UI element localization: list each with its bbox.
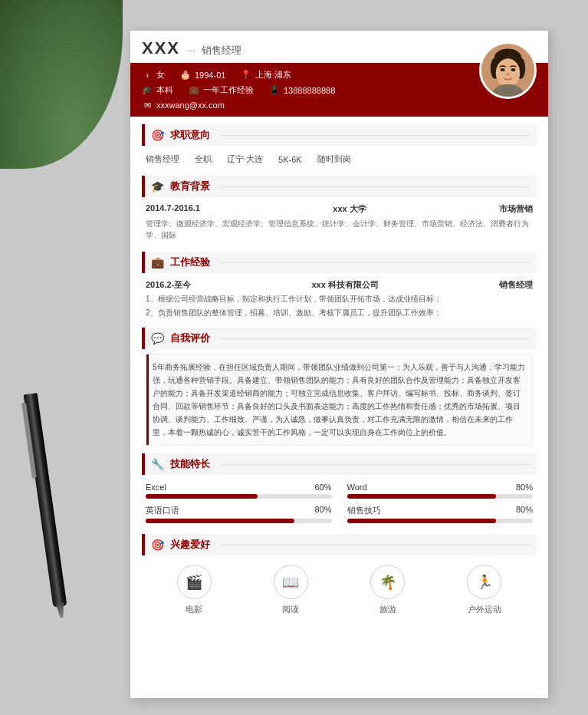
hobby-movie-label: 电影 xyxy=(186,604,202,615)
hobby-travel-icon: 🌴 xyxy=(370,565,405,599)
section-divider xyxy=(220,545,531,545)
section-divider xyxy=(220,338,531,339)
hobby-movie-icon: 🎬 xyxy=(177,565,212,599)
edu-school: xxx 大学 xyxy=(333,203,366,215)
name-dots: ··· xyxy=(186,44,195,56)
email-icon: ✉ xyxy=(142,100,153,110)
page-background: XXX ··· 销售经理 ♀ 女 🎂 1994-01 📍 上海·浦东 xyxy=(0,0,588,715)
job-intention-title: 求职意向 xyxy=(170,128,210,142)
banner-row-2: 🎓 本科 💼 一年工作经验 📱 13888888888 xyxy=(142,84,537,96)
name-row: XXX ··· 销售经理 xyxy=(142,38,537,61)
work-position: 销售经理 xyxy=(499,279,533,291)
birth-item: 🎂 1994-01 xyxy=(180,70,225,81)
skills-icon: 🔧 xyxy=(151,458,164,470)
edu-courses: 管理学、微观经济学、宏观经济学、管理信息系统、统计学、会计学、财务管理、市场营销… xyxy=(142,216,537,244)
skill-english-label-row: 英语口语 80% xyxy=(146,505,332,516)
work-duty-2: 2、负责销售团队的整体管理，招募、培训、激励、考核下属员工，提升团队工作效率； xyxy=(142,306,537,320)
ji-available: 随时到岗 xyxy=(317,153,351,165)
hobbies-section: 🎯 兴趣爱好 🎬 电影 📖 阅读 🌴 旅游 🏃 xyxy=(130,534,548,623)
location-icon: 📍 xyxy=(241,70,251,81)
ji-location: 辽宁·大连 xyxy=(227,153,263,165)
hobby-reading: 📖 阅读 xyxy=(274,565,308,615)
phone-item: 📱 13888888888 xyxy=(269,85,335,96)
skills-header: 🔧 技能特长 xyxy=(142,453,537,475)
skill-sales-label-row: 销售技巧 80% xyxy=(347,505,534,516)
ji-salary: 5K-6K xyxy=(278,153,302,165)
skill-sales-bar-bg xyxy=(347,519,534,523)
experience-item: 💼 一年工作经验 xyxy=(189,84,254,96)
section-divider xyxy=(220,186,531,187)
skill-english-percent: 80% xyxy=(314,505,331,516)
education-section: 🎓 教育背景 2014.7-2016.1 xxx 大学 市场营销 管理学、微观经… xyxy=(130,176,548,244)
candidate-title: 销售经理 xyxy=(202,44,241,58)
hobby-outdoor: 🏃 户外运动 xyxy=(467,565,501,615)
candidate-name: XXX xyxy=(142,38,180,58)
work-header: 💼 工作经验 xyxy=(142,252,537,273)
birth-value: 1994-01 xyxy=(195,71,225,80)
hobby-outdoor-label: 户外运动 xyxy=(468,604,501,615)
self-eval-header: 💬 自我评价 xyxy=(142,328,537,349)
email-value: xxxwang@xx.com xyxy=(156,100,225,110)
work-icon: 💼 xyxy=(151,256,164,269)
hobbies-title: 兴趣爱好 xyxy=(170,538,210,552)
education-header: 🎓 教育背景 xyxy=(142,176,537,197)
skill-word-percent: 80% xyxy=(516,483,533,492)
avatar xyxy=(479,41,537,99)
svg-point-6 xyxy=(511,68,515,71)
gender-item: ♀ 女 xyxy=(142,69,165,81)
phone-value: 13888888888 xyxy=(284,86,335,95)
job-intention-icon: 🎯 xyxy=(151,129,164,141)
birth-icon: 🎂 xyxy=(180,70,191,81)
hobby-outdoor-icon: 🏃 xyxy=(467,565,501,599)
hobbies-header: 🎯 兴趣爱好 xyxy=(142,534,537,555)
education-value: 本科 xyxy=(156,84,173,96)
gender-value: 女 xyxy=(156,69,165,81)
skill-english: 英语口语 80% xyxy=(146,505,332,523)
gender-icon: ♀ xyxy=(142,70,153,81)
skill-sales-name: 销售技巧 xyxy=(347,505,381,516)
section-divider xyxy=(220,262,531,263)
self-eval-icon: 💬 xyxy=(151,332,164,344)
location-item: 📍 上海·浦东 xyxy=(241,69,291,81)
hobby-movie: 🎬 电影 xyxy=(177,565,212,615)
skill-excel-bar-fill xyxy=(146,494,258,499)
skill-word-bar-bg xyxy=(347,494,534,499)
self-eval-section: 💬 自我评价 5年商务拓展经验，在担任区域负责人期间，带领团队业绩做到公司第一；… xyxy=(130,328,548,446)
hobby-travel: 🌴 旅游 xyxy=(370,565,405,615)
skills-grid: Excel 60% Word 80% xyxy=(142,479,537,526)
skills-title: 技能特长 xyxy=(170,457,210,471)
hobbies-grid: 🎬 电影 📖 阅读 🌴 旅游 🏃 户外运动 xyxy=(142,560,537,623)
job-intention-items: 销售经理 全职 辽宁·大连 5K-6K 随时到岗 xyxy=(142,150,537,168)
resume-card: XXX ··· 销售经理 ♀ 女 🎂 1994-01 📍 上海·浦东 xyxy=(130,31,548,698)
job-intention-section: 🎯 求职意向 销售经理 全职 辽宁·大连 5K-6K 随时到岗 xyxy=(130,124,548,168)
red-banner: ♀ 女 🎂 1994-01 📍 上海·浦东 🎓 本科 💼 xyxy=(130,63,548,117)
skill-english-bar-bg xyxy=(146,519,332,523)
hobby-travel-label: 旅游 xyxy=(379,604,396,615)
pen-decoration xyxy=(24,393,67,608)
experience-value: 一年工作经验 xyxy=(203,84,254,96)
section-divider xyxy=(220,464,531,465)
work-title-row: 2016.2-至今 xxx 科技有限公司 销售经理 xyxy=(142,278,537,292)
skill-english-name: 英语口语 xyxy=(146,505,179,516)
work-duty-1: 1、根据公司经营战略目标，制定和执行工作计划，带领团队开拓市场，达成业绩目标； xyxy=(142,292,537,306)
skill-excel-name: Excel xyxy=(146,483,166,492)
work-title: 工作经验 xyxy=(170,255,210,269)
skill-sales-bar-fill xyxy=(347,519,496,523)
education-item: 🎓 本科 xyxy=(142,84,173,96)
skill-excel-percent: 60% xyxy=(314,483,331,492)
plant-decoration xyxy=(0,0,123,169)
skill-word-name: Word xyxy=(347,483,367,492)
hobbies-icon: 🎯 xyxy=(151,539,164,551)
ji-type: 全职 xyxy=(195,153,212,165)
email-item: ✉ xxxwang@xx.com xyxy=(142,100,225,110)
experience-icon: 💼 xyxy=(189,85,199,96)
banner-row-3: ✉ xxxwang@xx.com xyxy=(142,100,537,110)
self-eval-title: 自我评价 xyxy=(170,331,210,345)
svg-point-5 xyxy=(501,68,505,71)
self-eval-content: 5年商务拓展经验，在担任区域负责人期间，带领团队业绩做到公司第一；为人乐观，善于… xyxy=(146,354,533,446)
skill-word: Word 80% xyxy=(347,483,534,499)
skill-sales: 销售技巧 80% xyxy=(347,505,534,523)
skill-word-bar-fill xyxy=(347,494,496,499)
education-section-icon: 🎓 xyxy=(151,180,164,193)
phone-icon: 📱 xyxy=(269,85,280,96)
